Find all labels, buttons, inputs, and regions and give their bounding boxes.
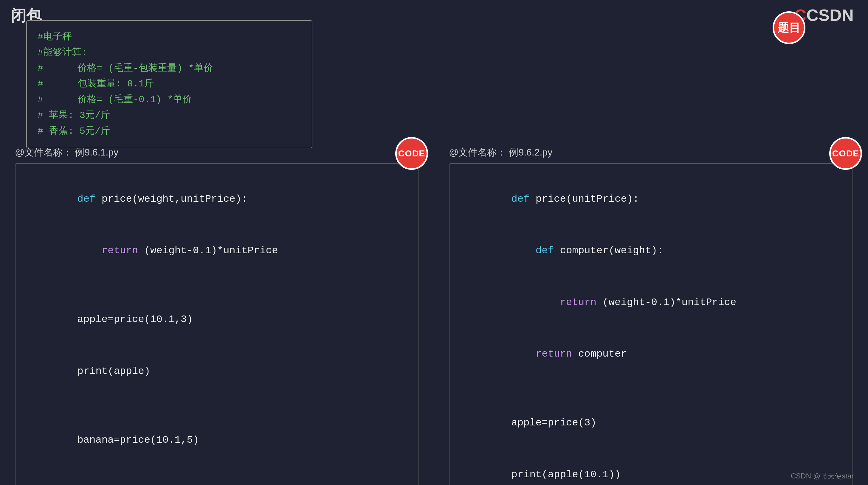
- right-panel: @文件名称： 例9.6.2.py def price(unitPrice): d…: [449, 146, 853, 485]
- right-code-block: def price(unitPrice): def computer(weigh…: [449, 163, 853, 485]
- left-code-block: def price(weight,unitPrice): return (wei…: [15, 163, 419, 485]
- code-line-1: #电子秤: [37, 29, 301, 45]
- right-line-6: apple=price(3): [463, 397, 839, 449]
- right-line-5: [463, 380, 839, 397]
- left-panel: @文件名称： 例9.6.1.py def price(weight,unitPr…: [15, 146, 419, 485]
- top-code-block: #电子秤 #能够计算: # 价格= (毛重-包装重量) *单价 # 包装重量: …: [26, 20, 312, 148]
- left-line-8: print(banana): [29, 466, 405, 485]
- code-line-5: # 价格= (毛重-0.1) *单价: [37, 92, 301, 108]
- left-line-4: apple=price(10.1,3): [29, 294, 405, 346]
- right-line-3: return (weight-0.1)*unitPrice: [463, 277, 839, 328]
- code-line-2: #能够计算:: [37, 45, 301, 61]
- temu-badge: 题目: [773, 11, 805, 44]
- right-line-7: print(apple(10.1)): [463, 449, 839, 485]
- bottom-panels: @文件名称： 例9.6.1.py def price(weight,unitPr…: [0, 146, 868, 485]
- right-line-2: def computer(weight):: [463, 225, 839, 277]
- right-line-4: return computer: [463, 328, 839, 380]
- code-line-7: # 香蕉: 5元/斤: [37, 124, 301, 139]
- code-line-3: # 价格= (毛重-包装重量) *单价: [37, 61, 301, 76]
- left-line-2: return (weight-0.1)*unitPrice: [29, 225, 405, 277]
- left-code-badge: CODE: [395, 137, 428, 170]
- right-file-label: @文件名称： 例9.6.2.py: [449, 146, 853, 159]
- code-line-6: # 苹果: 3元/斤: [37, 108, 301, 124]
- right-line-1: def price(unitPrice):: [463, 173, 839, 225]
- csdn-text: CSDN: [806, 6, 854, 25]
- left-line-5: print(apple): [29, 346, 405, 397]
- right-code-badge: CODE: [829, 137, 862, 170]
- left-file-label: @文件名称： 例9.6.1.py: [15, 146, 419, 159]
- left-line-6: [29, 397, 405, 414]
- left-line-1: def price(weight,unitPrice):: [29, 173, 405, 225]
- footer: CSDN @飞天使star: [791, 471, 854, 481]
- left-line-7: banana=price(10.1,5): [29, 414, 405, 466]
- left-line-3: [29, 277, 405, 294]
- code-line-4: # 包装重量: 0.1斤: [37, 76, 301, 92]
